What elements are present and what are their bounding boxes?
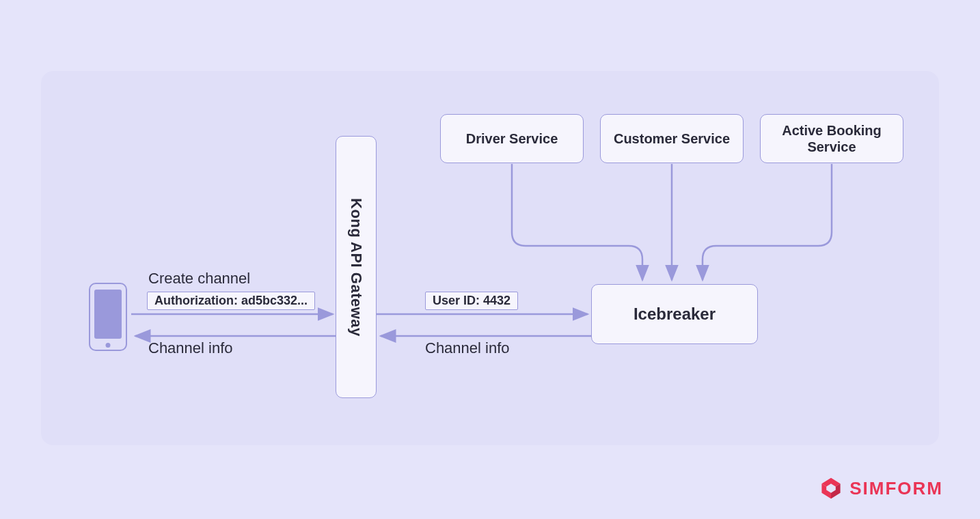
booking-service-label: Active Booking Service: [766, 122, 897, 155]
brand-label: SIMFORM: [849, 478, 943, 499]
icebreaker-box: Icebreaker: [591, 284, 758, 344]
driver-service-label: Driver Service: [466, 130, 558, 147]
authorization-label: Authorization: ad5bc332...: [154, 294, 308, 307]
channel-info-left-label: Channel info: [148, 339, 233, 357]
customer-service-box: Customer Service: [600, 114, 744, 163]
simform-logo-icon: [819, 477, 843, 500]
booking-service-box: Active Booking Service: [760, 114, 903, 163]
phone-icon: [89, 283, 127, 351]
authorization-box: Authorization: ad5bc332...: [147, 292, 315, 310]
customer-service-label: Customer Service: [614, 130, 730, 147]
gateway-label: Kong API Gateway: [347, 198, 365, 337]
create-channel-label: Create channel: [148, 270, 250, 287]
user-id-label: User ID: 4432: [433, 294, 511, 307]
driver-service-box: Driver Service: [440, 114, 584, 163]
channel-info-right-label: Channel info: [425, 339, 510, 357]
user-id-box: User ID: 4432: [425, 292, 518, 310]
kong-api-gateway-box: Kong API Gateway: [336, 136, 377, 398]
icebreaker-label: Icebreaker: [634, 305, 716, 324]
brand-logo: SIMFORM: [819, 477, 943, 500]
